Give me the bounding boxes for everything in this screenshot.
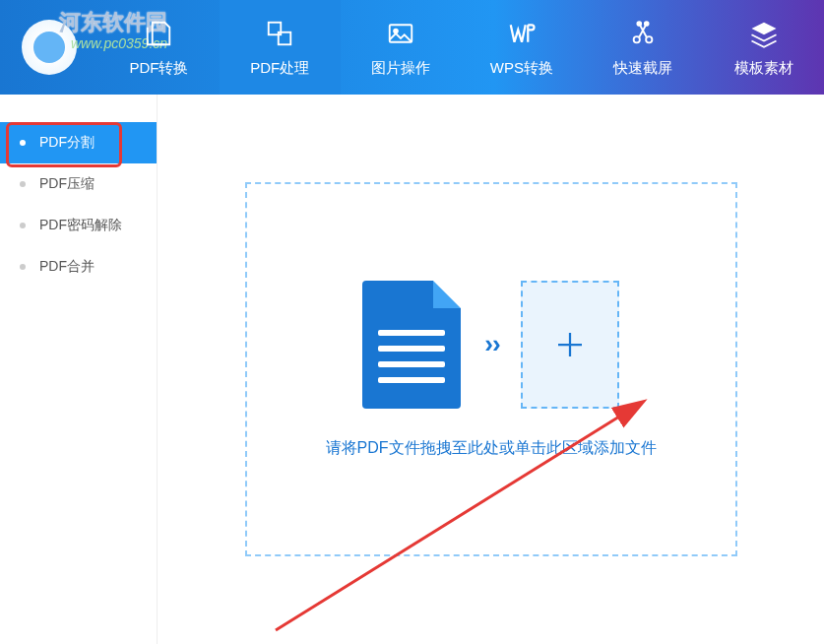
top-navigation: 河东软件园 www.pc0359.cn PDF转换 PDF处理 图片操作 WPS… [0,0,824,95]
wps-convert-icon [506,18,538,49]
nav-pdf-process[interactable]: PDF处理 [220,0,341,95]
bullet-icon [20,264,26,270]
sidebar-item-pdf-split[interactable]: PDF分割 [0,122,157,163]
sidebar-item-pdf-decrypt[interactable]: PDF密码解除 [0,205,157,246]
nav-label: PDF转换 [129,59,188,78]
nav-templates[interactable]: 模板素材 [703,0,824,95]
svg-point-7 [645,22,649,26]
sidebar-item-label: PDF密码解除 [39,217,122,234]
nav-label: 模板素材 [734,59,793,78]
sidebar-item-pdf-compress[interactable]: PDF压缩 [0,163,157,205]
svg-point-4 [633,36,639,42]
sidebar-item-label: PDF合并 [39,258,95,276]
sidebar-item-label: PDF分割 [39,134,95,152]
bullet-icon [20,223,26,228]
nav-label: 图片操作 [371,59,430,78]
pdf-convert-icon [143,18,174,49]
nav-pdf-convert[interactable]: PDF转换 [98,0,220,95]
document-icon [362,281,461,409]
sidebar-item-label: PDF压缩 [39,175,95,193]
arrow-icon: › › [484,329,497,359]
screenshot-icon [627,18,659,49]
nav-label: 快速截屏 [613,59,672,78]
image-ops-icon [385,18,416,49]
pdf-process-icon [264,18,295,49]
main-area: PDF分割 PDF压缩 PDF密码解除 PDF合并 › › [0,95,824,644]
bullet-icon [20,140,26,146]
sidebar: PDF分割 PDF压缩 PDF密码解除 PDF合并 [0,95,158,644]
sidebar-item-pdf-merge[interactable]: PDF合并 [0,246,157,288]
nav-wps-convert[interactable]: WPS转换 [461,0,582,95]
nav-image-ops[interactable]: 图片操作 [341,0,462,95]
content-area: › › 请将PDF文件拖拽至此处或单击此区域添加文件 [158,95,824,644]
svg-point-5 [646,36,652,42]
drop-instruction-text: 请将PDF文件拖拽至此处或单击此区域添加文件 [326,438,657,459]
nav-items: PDF转换 PDF处理 图片操作 WPS转换 快速截屏 [98,0,824,95]
nav-label: PDF处理 [250,59,309,78]
add-file-box [521,281,619,409]
nav-label: WPS转换 [490,59,553,78]
bullet-icon [20,181,26,187]
logo [0,0,98,95]
templates-icon [748,18,780,49]
drop-visual: › › [362,281,619,409]
svg-point-6 [637,22,641,26]
nav-screenshot[interactable]: 快速截屏 [582,0,703,95]
file-drop-zone[interactable]: › › 请将PDF文件拖拽至此处或单击此区域添加文件 [245,182,737,556]
